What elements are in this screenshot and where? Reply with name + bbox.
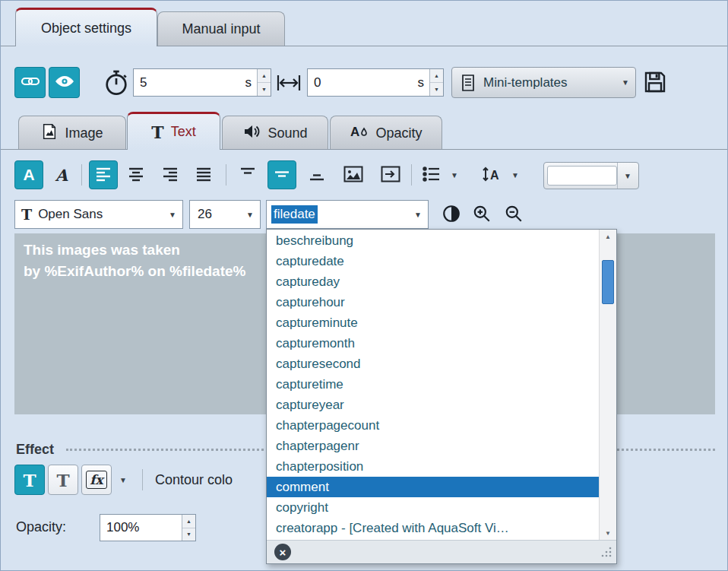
duration-input[interactable]: s ▲ ▼	[133, 68, 271, 97]
eye-icon	[54, 74, 75, 91]
text-icon: T	[151, 124, 163, 141]
font-family-select[interactable]: T Open Sans ▼	[14, 200, 183, 229]
align-right-button[interactable]	[156, 160, 185, 189]
font-family-arrow-icon: ▼	[163, 211, 182, 219]
line-spacing-button[interactable]: A	[476, 160, 507, 189]
font-color-swatch[interactable]	[547, 166, 617, 186]
text-effect-filled-button[interactable]: T	[14, 465, 45, 495]
speaker-icon	[242, 123, 261, 144]
opacity-spin-down[interactable]: ▼	[182, 528, 195, 541]
tab-text[interactable]: T Text	[127, 112, 220, 150]
valign-top-icon	[239, 166, 256, 185]
italic-button[interactable]: A	[47, 160, 76, 189]
bullet-list-icon	[423, 166, 441, 185]
dropdown-scrollbar[interactable]: ▲ ▼	[599, 230, 616, 540]
align-center-button[interactable]	[122, 160, 150, 189]
link-duration-button[interactable]	[14, 67, 46, 98]
dropdown-item[interactable]: comment	[267, 477, 599, 497]
dropdown-item[interactable]: chapterpagenr	[267, 436, 599, 456]
valign-bottom-icon	[309, 166, 325, 185]
text-outline-icon: T	[56, 471, 69, 489]
opacity-value-field[interactable]	[100, 515, 182, 541]
chain-link-icon	[20, 74, 41, 91]
font-size-value: 26	[198, 207, 212, 222]
duration-unit: s	[245, 69, 258, 96]
opacity-label: Opacity:	[16, 519, 66, 535]
opacity-input[interactable]: ▲ ▼	[100, 514, 196, 541]
tab-object-settings[interactable]: Object settings	[15, 8, 157, 46]
list-button[interactable]	[417, 160, 446, 189]
align-right-icon	[162, 166, 179, 185]
scroll-up-button[interactable]: ▲	[600, 230, 616, 243]
tab-opacity[interactable]: A Opacity	[330, 116, 442, 150]
spacing-dropdown-arrow[interactable]: ▼	[507, 160, 524, 189]
contrast-button[interactable]	[438, 201, 464, 227]
dropdown-close-button[interactable]: ×	[274, 544, 291, 560]
variable-combo-arrow-icon[interactable]: ▼	[408, 211, 428, 219]
insert-image-button[interactable]	[337, 160, 369, 189]
dropdown-item[interactable]: chapterpagecount	[267, 415, 599, 436]
dropdown-item[interactable]: beschreibung	[267, 230, 599, 251]
valign-top-button[interactable]	[233, 160, 262, 189]
font-color-picker[interactable]: ▼	[543, 162, 639, 189]
variable-combo-value[interactable]: filedate	[271, 205, 318, 224]
text-effect-outline-button[interactable]: T	[48, 465, 78, 495]
align-center-icon	[128, 166, 144, 185]
scroll-thumb[interactable]	[602, 260, 614, 304]
contrast-icon	[442, 204, 461, 226]
resize-grip[interactable]	[600, 546, 612, 561]
list-dropdown-arrow[interactable]: ▼	[446, 160, 463, 189]
svg-text:A: A	[490, 169, 499, 182]
dropdown-item[interactable]: capturesecond	[267, 354, 599, 374]
offset-value-field[interactable]	[308, 69, 418, 96]
save-template-button[interactable]	[641, 69, 669, 97]
effect-dropdown-arrow[interactable]: ▼	[115, 465, 131, 495]
tab-manual-input[interactable]: Manual input	[157, 11, 285, 46]
dropdown-item[interactable]: captureminute	[267, 312, 599, 333]
tab-manual-input-label: Manual input	[182, 21, 260, 37]
dropdown-item[interactable]: copyright	[267, 497, 599, 518]
dropdown-item[interactable]: capturehour	[267, 292, 599, 312]
valign-bottom-button[interactable]	[302, 160, 331, 189]
dropdown-item[interactable]: captureday	[267, 271, 599, 292]
dropdown-item[interactable]: creatorapp - [Created with AquaSoft Vi…	[267, 518, 599, 538]
tab-sound[interactable]: Sound	[222, 116, 328, 150]
object-settings-panel: Object settings Manual input s ▲ ▼	[0, 0, 728, 571]
visibility-button[interactable]	[49, 67, 80, 98]
bold-button[interactable]: A	[14, 160, 43, 189]
zoom-in-button[interactable]	[469, 201, 495, 227]
svg-text:A: A	[350, 125, 359, 139]
toolbar-separator	[411, 164, 412, 186]
offset-unit: s	[418, 69, 430, 96]
scroll-down-button[interactable]: ▼	[600, 526, 616, 540]
dropdown-item[interactable]: capturetime	[267, 374, 599, 395]
offset-spin-down[interactable]: ▼	[430, 83, 443, 96]
text-effect-fx-button[interactable]: fx	[81, 465, 112, 495]
font-color-dropdown-arrow[interactable]: ▼	[617, 163, 638, 189]
align-left-button[interactable]	[89, 160, 118, 189]
align-justify-button[interactable]	[189, 160, 218, 189]
variable-combo[interactable]: filedate ▼	[266, 200, 429, 229]
dropdown-item[interactable]: capturemonth	[267, 333, 599, 354]
offset-input[interactable]: s ▲ ▼	[307, 68, 444, 97]
transition-span-icon	[276, 73, 302, 96]
zoom-out-button[interactable]	[501, 201, 527, 227]
opacity-spin-up[interactable]: ▲	[182, 515, 195, 528]
zoom-out-icon	[504, 204, 524, 226]
duration-spin-down[interactable]: ▼	[258, 83, 271, 96]
dropdown-item[interactable]: captureyear	[267, 395, 599, 415]
font-size-select[interactable]: 26 ▼	[189, 200, 261, 229]
duration-value-field[interactable]	[134, 69, 245, 96]
tab-image[interactable]: Image	[18, 116, 126, 150]
fit-frame-button[interactable]	[375, 160, 407, 189]
italic-icon: A	[55, 166, 68, 185]
mini-templates-select[interactable]: Mini-templates ▼	[451, 67, 636, 98]
dropdown-item[interactable]: capturedate	[267, 251, 599, 271]
valign-middle-button[interactable]	[267, 160, 296, 189]
offset-spin-up[interactable]: ▲	[430, 69, 443, 83]
toolbar-separator	[226, 164, 226, 186]
effect-section-header: Effect	[16, 442, 54, 458]
duration-spin-up[interactable]: ▲	[258, 69, 271, 83]
dropdown-item[interactable]: chapterposition	[267, 456, 599, 477]
tab-opacity-label: Opacity	[375, 125, 422, 141]
